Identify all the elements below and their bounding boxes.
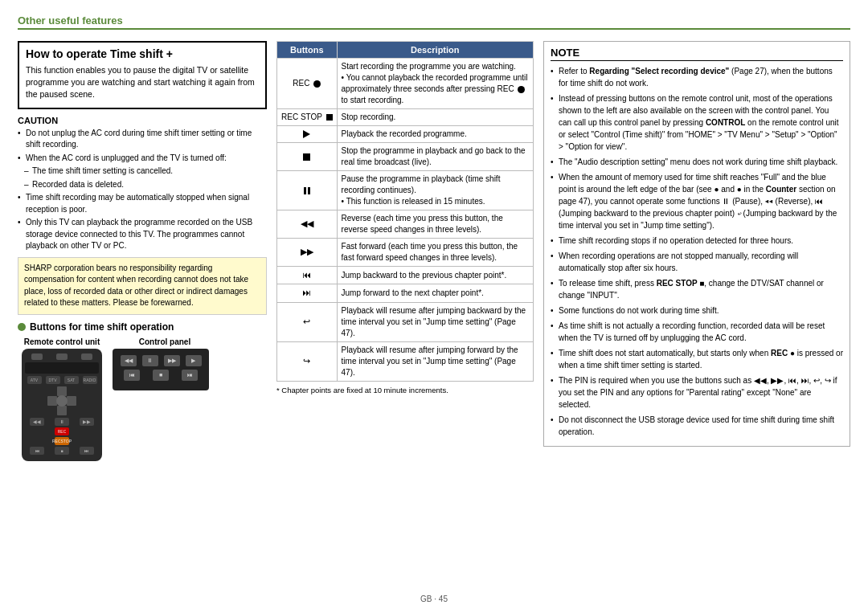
caution-item: Do not unplug the AC cord during time sh… bbox=[18, 128, 267, 151]
table-row: ⏭ Jump forward to the next chapter point… bbox=[277, 284, 534, 302]
table-row: Stop the programme in playback and go ba… bbox=[277, 143, 534, 171]
buttons-table: Buttons Description REC Start recording … bbox=[276, 41, 534, 382]
rec-dot-icon2 bbox=[518, 86, 525, 93]
how-to-text: This function enables you to pause the d… bbox=[26, 64, 259, 101]
left-column: How to operate Time shift + This functio… bbox=[18, 41, 267, 591]
green-circle-icon bbox=[18, 323, 26, 331]
cp-btn-pause: ⏸ bbox=[142, 355, 158, 366]
buttons-section-label: Buttons for time shift operation bbox=[30, 321, 174, 333]
table-header-desc: Description bbox=[337, 42, 533, 59]
btn-rew: ◀◀ bbox=[277, 210, 338, 239]
middle-column: Buttons Description REC Start recording … bbox=[276, 41, 534, 591]
how-to-title: How to operate Time shift + bbox=[26, 47, 259, 60]
note-item: Instead of pressing buttons on the remot… bbox=[551, 92, 843, 153]
btn-play bbox=[277, 126, 338, 143]
remote-atv-btn: ATV bbox=[27, 376, 42, 384]
note-title: NOTE bbox=[551, 47, 843, 61]
btn-stop bbox=[277, 143, 338, 171]
desc-skipback: Jump backward to the previous chapter po… bbox=[337, 267, 533, 284]
remote-control-panel: Remote control unit ATV DTV SAT RADI bbox=[18, 337, 106, 461]
note-item: As time shift is not actually a recordin… bbox=[551, 320, 843, 344]
remote-top-row bbox=[25, 353, 99, 360]
caution-title: CAUTION bbox=[18, 116, 267, 125]
remote-btn-b: ⏸ bbox=[55, 418, 69, 426]
note-list: Refer to Regarding "Select recording dev… bbox=[551, 65, 843, 438]
remote-row2: ◀◀ ⏸ ▶▶ bbox=[25, 418, 99, 426]
remote-dtv-btn: DTV bbox=[46, 376, 60, 384]
table-row: ↩ Playback will resume after jumping bac… bbox=[277, 302, 534, 341]
caution-item: Recorded data is deleted. bbox=[18, 179, 267, 191]
desc-rew: Reverse (each time you press this button… bbox=[337, 210, 533, 239]
remote-row3: REC bbox=[25, 427, 99, 435]
note-item: To release time shift, press REC STOP ■,… bbox=[551, 277, 843, 301]
table-row: REC STOP Stop recording. bbox=[277, 109, 534, 126]
remote-top-btn1 bbox=[31, 353, 43, 360]
note-item: Do not disconnect the USB storage device… bbox=[551, 414, 843, 438]
cp-btn-stop: ■ bbox=[153, 370, 169, 381]
remote-extra3: ⏭ bbox=[80, 447, 94, 455]
nav-right bbox=[67, 396, 76, 406]
table-row: ◀◀ Reverse (each time you press this but… bbox=[277, 210, 534, 239]
desc-jumpback: Playback will resume after jumping backw… bbox=[337, 302, 533, 341]
remote-screen bbox=[25, 362, 99, 374]
warning-text: SHARP corporation bears no responsibilit… bbox=[24, 264, 248, 308]
remote-label: Remote control unit bbox=[18, 337, 106, 346]
main-content: How to operate Time shift + This functio… bbox=[18, 41, 850, 591]
caution-item: Time shift recording may be automaticall… bbox=[18, 192, 267, 215]
table-row: REC Start recording the programme you ar… bbox=[277, 59, 534, 109]
table-footnote: * Chapter points are fixed at 10 minute … bbox=[276, 385, 534, 395]
caution-list: Do not unplug the AC cord during time sh… bbox=[18, 128, 267, 252]
remote-row4: RECSTOP bbox=[25, 437, 99, 445]
note-item: Some functions do not work during time s… bbox=[551, 304, 843, 317]
desc-jumpfwd: Playback will resume after jumping forwa… bbox=[337, 341, 533, 381]
table-row: ↪ Playback will resume after jumping for… bbox=[277, 341, 534, 381]
cp-btn-fwd: ▶▶ bbox=[164, 355, 180, 366]
remote-top-btn2 bbox=[56, 353, 68, 360]
right-column: NOTE Refer to Regarding "Select recordin… bbox=[543, 41, 850, 591]
jump-fwd-icon: ↪ bbox=[303, 356, 310, 366]
note-item: The PIN is required when you use the but… bbox=[551, 374, 843, 411]
remote-btn-c: ▶▶ bbox=[80, 418, 94, 426]
cp-btn-rew: ◀◀ bbox=[121, 355, 137, 366]
remote-extra1: ⏮ bbox=[30, 447, 44, 455]
btn-fwd: ▶▶ bbox=[277, 239, 338, 267]
remote-extra2: ■ bbox=[55, 447, 69, 455]
nav-center bbox=[56, 395, 68, 407]
skip-fwd-icon: ⏭ bbox=[302, 288, 311, 297]
cp-btn-skipfwd: ⏭ bbox=[182, 370, 198, 381]
remote-row1: ATV DTV SAT RADIO bbox=[25, 376, 99, 384]
desc-fwd: Fast forward (each time you press this b… bbox=[337, 239, 533, 267]
remote-nav bbox=[25, 386, 99, 415]
table-row: ▶▶ Fast forward (each time you press thi… bbox=[277, 239, 534, 267]
buttons-section-title: Buttons for time shift operation bbox=[18, 321, 267, 333]
cp-btn-play: ▶ bbox=[186, 355, 202, 366]
table-row: ⏮ Jump backward to the previous chapter … bbox=[277, 267, 534, 284]
pause-icon bbox=[304, 187, 310, 194]
nav-cross bbox=[47, 386, 76, 415]
cp-row1: ◀◀ ⏸ ▶▶ ▶ bbox=[117, 355, 204, 366]
jump-back-icon: ↩ bbox=[303, 317, 310, 326]
remote-body: ATV DTV SAT RADIO bbox=[22, 349, 102, 461]
cp-btn-skipback: ⏮ bbox=[124, 370, 140, 381]
desc-recstop: Stop recording. bbox=[337, 109, 533, 126]
warning-box: SHARP corporation bears no responsibilit… bbox=[18, 257, 267, 315]
desc-stop: Stop the programme in playback and go ba… bbox=[337, 143, 533, 171]
rec-dot-icon bbox=[313, 80, 321, 88]
play-icon bbox=[303, 130, 310, 138]
remote-radio-btn: RADIO bbox=[83, 376, 97, 384]
remote-row5: ⏮ ■ ⏭ bbox=[25, 447, 99, 455]
btn-jumpfwd: ↪ bbox=[277, 341, 338, 381]
stop-icon bbox=[303, 153, 310, 161]
remote-btn-a: ◀◀ bbox=[30, 418, 44, 426]
desc-play: Playback the recorded programme. bbox=[337, 126, 533, 143]
remote-sat-btn: SAT bbox=[64, 376, 79, 384]
remote-recstop-btn: RECSTOP bbox=[55, 437, 69, 445]
nav-down bbox=[57, 406, 67, 415]
btn-rec: REC bbox=[277, 59, 338, 109]
rewind-icon: ◀◀ bbox=[301, 218, 313, 230]
caution-item: The time shift timer setting is cancelle… bbox=[18, 166, 267, 178]
fastforward-icon: ▶▶ bbox=[301, 246, 313, 258]
btn-skipback: ⏮ bbox=[277, 267, 338, 284]
btn-skipfwd: ⏭ bbox=[277, 284, 338, 302]
remote-top-btn3 bbox=[81, 353, 92, 360]
